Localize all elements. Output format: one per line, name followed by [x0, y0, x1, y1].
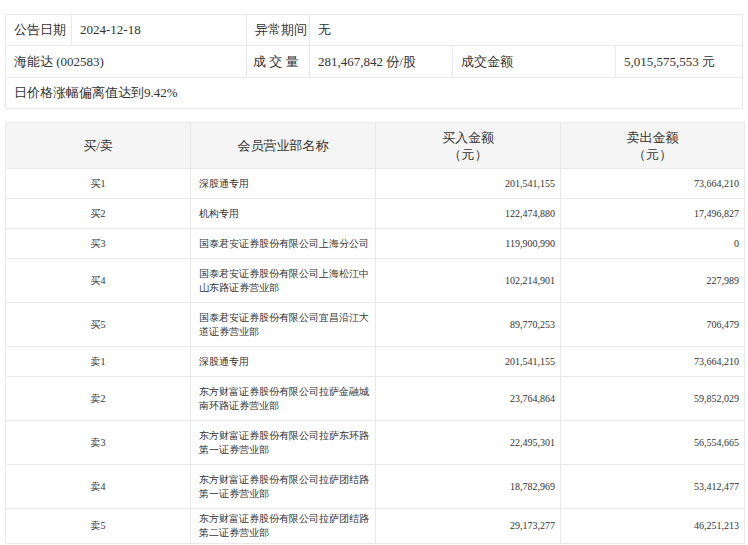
broker-table-body: 买1深股通专用201,541,15573,664,210买2机构专用122,47… — [6, 169, 745, 544]
table-row: 买2机构专用122,474,88017,496,827 — [6, 199, 745, 229]
side-cell: 卖1 — [6, 347, 191, 377]
buy-amount-cell: 122,474,880 — [376, 199, 561, 229]
stock-name: 海能达 (002583) — [6, 46, 247, 77]
turnover-value: 5,015,575,553 元 — [616, 46, 742, 77]
col-header-sell-amount: 卖出金额 （元） — [561, 123, 745, 169]
table-row: 买5国泰君安证券股份有限公司宜昌沿江大道证券营业部89,770,253706,4… — [6, 303, 745, 347]
branch-name-cell: 东方财富证券股份有限公司拉萨东环路第一证券营业部 — [191, 421, 376, 465]
buy-amount-header-line1: 买入金额 — [376, 129, 560, 146]
trade-disclosure-page: 公告日期 2024-12-18 异常期间 无 海能达 (002583) 成 交 … — [0, 0, 748, 545]
branch-name-cell: 深股通专用 — [191, 169, 376, 199]
turnover-label: 成交金额 — [453, 46, 616, 77]
buy-amount-cell: 89,770,253 — [376, 303, 561, 347]
branch-name-cell: 国泰君安证券股份有限公司上海松江中山东路证券营业部 — [191, 259, 376, 303]
table-row: 卖5东方财富证券股份有限公司拉萨团结路第二证券营业部29,173,27746,2… — [6, 509, 745, 544]
deviation-row: 日价格涨幅偏离值达到9.42% — [6, 78, 742, 108]
side-cell: 卖4 — [6, 465, 191, 509]
side-cell: 卖3 — [6, 421, 191, 465]
volume-label: 成 交 量 — [247, 46, 310, 77]
sell-amount-cell: 73,664,210 — [561, 347, 745, 377]
table-row: 买3国泰君安证券股份有限公司上海分公司119,900,9900 — [6, 229, 745, 259]
table-row: 卖2东方财富证券股份有限公司拉萨金融城南环路证券营业部23,764,86459,… — [6, 377, 745, 421]
branch-name-cell: 东方财富证券股份有限公司拉萨团结路第二证券营业部 — [191, 509, 376, 544]
buy-amount-cell: 29,173,277 — [376, 509, 561, 544]
volume-row: 海能达 (002583) 成 交 量 281,467,842 份/股 成交金额 … — [6, 46, 742, 78]
sell-amount-cell: 46,251,213 — [561, 509, 745, 544]
side-cell: 卖2 — [6, 377, 191, 421]
table-row: 买4国泰君安证券股份有限公司上海松江中山东路证券营业部102,214,90122… — [6, 259, 745, 303]
buy-amount-cell: 18,782,969 — [376, 465, 561, 509]
side-cell: 买4 — [6, 259, 191, 303]
abnormal-period-value: 无 — [310, 15, 742, 45]
sell-amount-header-line2: （元） — [561, 146, 744, 163]
volume-value: 281,467,842 份/股 — [310, 46, 453, 77]
announce-date-label: 公告日期 — [6, 15, 72, 45]
buy-amount-header-line2: （元） — [376, 146, 560, 163]
deviation-note: 日价格涨幅偏离值达到9.42% — [6, 78, 742, 108]
header-row: 买/卖 会员营业部名称 买入金额 （元） 卖出金额 （元） — [6, 123, 745, 169]
sell-amount-cell: 59,852,029 — [561, 377, 745, 421]
side-cell: 买2 — [6, 199, 191, 229]
branch-name-cell: 东方财富证券股份有限公司拉萨金融城南环路证券营业部 — [191, 377, 376, 421]
branch-name-cell: 国泰君安证券股份有限公司上海分公司 — [191, 229, 376, 259]
col-header-branch: 会员营业部名称 — [191, 123, 376, 169]
buy-amount-cell: 102,214,901 — [376, 259, 561, 303]
buy-amount-cell: 201,541,155 — [376, 169, 561, 199]
announce-date-value: 2024-12-18 — [72, 15, 247, 45]
sell-amount-cell: 56,554,665 — [561, 421, 745, 465]
sell-amount-cell: 53,412,477 — [561, 465, 745, 509]
stock-summary-panel: 公告日期 2024-12-18 异常期间 无 海能达 (002583) 成 交 … — [5, 14, 743, 109]
sell-amount-cell: 227,989 — [561, 259, 745, 303]
table-row: 卖3东方财富证券股份有限公司拉萨东环路第一证券营业部22,495,30156,5… — [6, 421, 745, 465]
table-row: 卖1深股通专用201,541,15573,664,210 — [6, 347, 745, 377]
buy-amount-cell: 119,900,990 — [376, 229, 561, 259]
buy-amount-cell: 201,541,155 — [376, 347, 561, 377]
broker-table-head: 买/卖 会员营业部名称 买入金额 （元） 卖出金额 （元） — [6, 123, 745, 169]
branch-name-cell: 机构专用 — [191, 199, 376, 229]
branch-name-cell: 深股通专用 — [191, 347, 376, 377]
sell-amount-cell: 706,479 — [561, 303, 745, 347]
side-cell: 买3 — [6, 229, 191, 259]
table-row: 买1深股通专用201,541,15573,664,210 — [6, 169, 745, 199]
broker-ranking-table: 买/卖 会员营业部名称 买入金额 （元） 卖出金额 （元） 买1深股通专用201… — [5, 122, 745, 544]
branch-name-cell: 东方财富证券股份有限公司拉萨团结路第一证券营业部 — [191, 465, 376, 509]
buy-amount-cell: 22,495,301 — [376, 421, 561, 465]
sell-amount-cell: 73,664,210 — [561, 169, 745, 199]
col-header-side: 买/卖 — [6, 123, 191, 169]
abnormal-period-label: 异常期间 — [247, 15, 310, 45]
buy-amount-cell: 23,764,864 — [376, 377, 561, 421]
col-header-buy-amount: 买入金额 （元） — [376, 123, 561, 169]
branch-name-cell: 国泰君安证券股份有限公司宜昌沿江大道证券营业部 — [191, 303, 376, 347]
sell-amount-header-line1: 卖出金额 — [561, 129, 744, 146]
side-cell: 买5 — [6, 303, 191, 347]
table-row: 卖4东方财富证券股份有限公司拉萨团结路第一证券营业部18,782,96953,4… — [6, 465, 745, 509]
sell-amount-cell: 17,496,827 — [561, 199, 745, 229]
side-cell: 卖5 — [6, 509, 191, 544]
sell-amount-cell: 0 — [561, 229, 745, 259]
side-cell: 买1 — [6, 169, 191, 199]
announce-row: 公告日期 2024-12-18 异常期间 无 — [6, 15, 742, 46]
